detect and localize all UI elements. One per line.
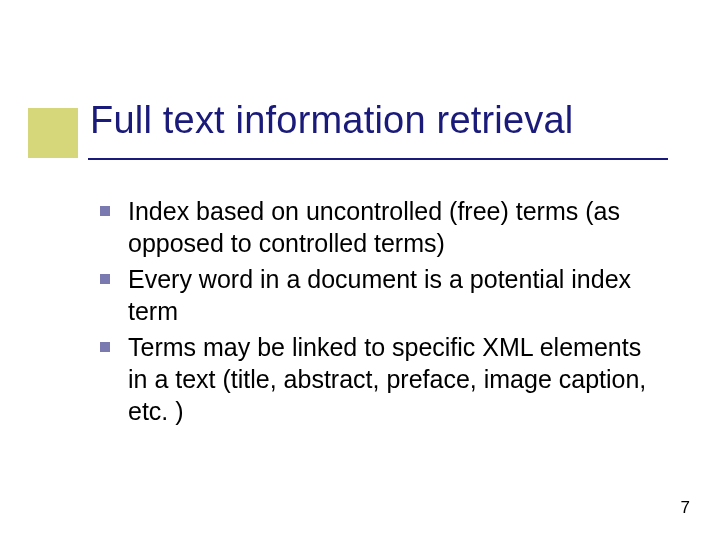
square-bullet-icon [100, 342, 110, 352]
slide-title: Full text information retrieval [90, 100, 680, 142]
accent-square [28, 108, 78, 158]
list-item: Index based on uncontrolled (free) terms… [100, 195, 665, 259]
title-underline [88, 158, 668, 160]
list-item: Terms may be linked to specific XML elem… [100, 331, 665, 427]
list-item: Every word in a document is a potential … [100, 263, 665, 327]
square-bullet-icon [100, 274, 110, 284]
list-item-text: Every word in a document is a potential … [128, 263, 665, 327]
body: Index based on uncontrolled (free) terms… [100, 195, 665, 431]
slide: Full text information retrieval Index ba… [0, 0, 720, 540]
list-item-text: Index based on uncontrolled (free) terms… [128, 195, 665, 259]
list-item-text: Terms may be linked to specific XML elem… [128, 331, 665, 427]
title-wrap: Full text information retrieval [90, 100, 680, 142]
page-number: 7 [681, 498, 690, 518]
square-bullet-icon [100, 206, 110, 216]
